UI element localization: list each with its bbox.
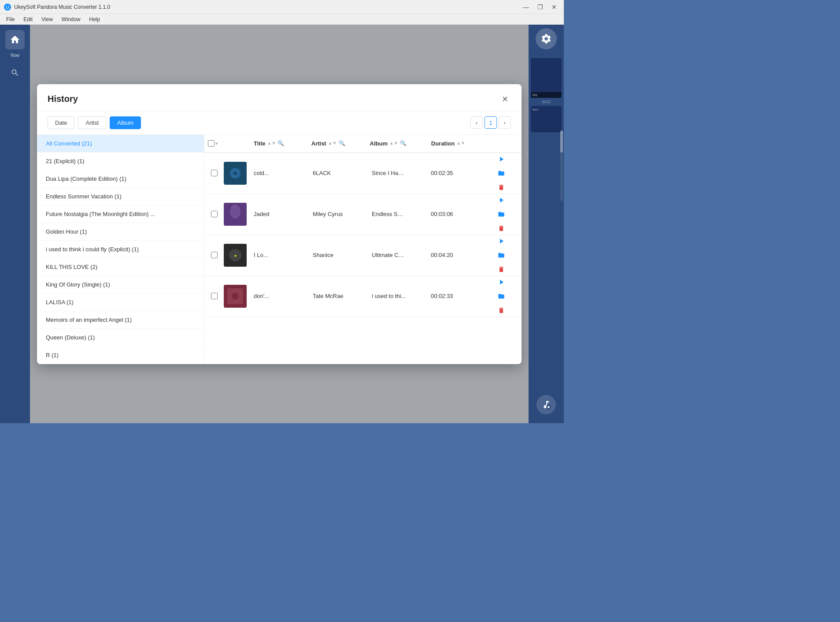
dialog-close-button[interactable]: ✕ — [499, 93, 511, 105]
row-1-checkbox[interactable] — [211, 170, 218, 176]
row-3-checkbox-cell — [204, 252, 224, 258]
row-4-duration: 00:02:33 — [427, 291, 469, 301]
album-list[interactable]: All Converted (21) 21 (Explicit) (1) Dua… — [37, 135, 204, 364]
col-title: Title ▲▼ 🔍 — [250, 138, 290, 149]
row-3-artist: Shanice — [309, 250, 351, 260]
album-item-all[interactable]: All Converted (21) — [37, 135, 204, 153]
add-music-button[interactable] — [537, 395, 556, 414]
album-item-5[interactable]: Golden Hour (1) — [37, 223, 204, 241]
select-all-checkbox[interactable] — [208, 140, 215, 147]
row-4-play-button[interactable] — [495, 276, 507, 288]
row-2-album: Endless Sum... — [368, 209, 410, 219]
pagination-prev-button[interactable]: ‹ — [470, 116, 483, 129]
row-2-actions — [486, 194, 522, 235]
row-4-folder-button[interactable] — [495, 290, 507, 302]
year-label: 2022 — [542, 100, 551, 104]
album-item-4[interactable]: Future Nostalgia (The Moonlight Edition)… — [37, 205, 204, 223]
artist-sort-icon[interactable]: ▲▼ — [328, 141, 337, 145]
close-button[interactable]: ✕ — [548, 3, 560, 11]
filter-artist-button[interactable]: Artist — [78, 116, 106, 129]
row-4-thumbnail — [224, 285, 247, 308]
minimize-button[interactable]: — — [520, 3, 532, 11]
svg-text:U: U — [6, 5, 9, 10]
row-4-title: don'... — [250, 291, 292, 301]
album-item-2[interactable]: Dua Lipa (Complete Edition) (1) — [37, 170, 204, 188]
row-3-play-button[interactable] — [495, 235, 507, 247]
album-item-3[interactable]: Endless Summer Vacation (1) — [37, 188, 204, 205]
row-1-actions — [486, 153, 522, 194]
menu-edit[interactable]: Edit — [19, 15, 37, 23]
table-row: ★ I Lo... Shanice Ultimate Col... 00:04:… — [204, 235, 522, 276]
settings-button[interactable] — [536, 28, 557, 49]
album-sort-icon[interactable]: ▲▼ — [389, 141, 398, 145]
filter-date-button[interactable]: Date — [48, 116, 74, 129]
title-search-icon[interactable]: 🔍 — [278, 140, 284, 146]
track-table[interactable]: ▾ Title ▲▼ 🔍 Artist — [204, 135, 522, 364]
pagination-next-button[interactable]: › — [499, 116, 511, 129]
main-content: History ✕ Date Artist Album ‹ 1 › — [30, 25, 529, 423]
row-1-title: cold... — [250, 168, 292, 178]
row-2-checkbox[interactable] — [211, 211, 218, 217]
album-item-7[interactable]: KILL THIS LOVE (2) — [37, 258, 204, 276]
row-3-folder-button[interactable] — [495, 249, 507, 261]
row-1-delete-button[interactable] — [495, 181, 507, 194]
row-3-duration: 00:04:20 — [427, 250, 469, 260]
album-item-11[interactable]: Queen (Deluxe) (1) — [37, 329, 204, 346]
row-1-album: Since I Have... — [368, 168, 410, 178]
menu-bar: File Edit View Window Help — [0, 14, 564, 25]
select-dropdown-icon[interactable]: ▾ — [215, 141, 218, 146]
row-4-checkbox[interactable] — [211, 293, 218, 299]
menu-file[interactable]: File — [2, 15, 19, 23]
restore-button[interactable]: ❐ — [534, 3, 546, 11]
row-3-album: Ultimate Col... — [368, 250, 410, 260]
svg-text:★: ★ — [234, 254, 237, 258]
row-3-delete-button[interactable] — [495, 263, 507, 276]
row-4-album: i used to thi... — [368, 291, 410, 301]
row-4-delete-button[interactable] — [495, 304, 507, 317]
row-4-actions — [486, 276, 522, 317]
album-search-icon[interactable]: 🔍 — [400, 140, 407, 146]
sidebar-search-button[interactable] — [5, 65, 25, 81]
row-2-folder-button[interactable] — [495, 208, 507, 220]
artist-search-icon[interactable]: 🔍 — [339, 140, 345, 146]
svg-point-4 — [233, 171, 237, 175]
sidebar-home-button[interactable] — [5, 30, 25, 49]
duration-sort-icon[interactable]: ▲▼ — [456, 141, 465, 145]
title-sort-icon[interactable]: ▲▼ — [267, 141, 276, 145]
row-1-play-button[interactable] — [495, 153, 507, 165]
album-item-9[interactable]: LALISA (1) — [37, 294, 204, 311]
row-1-folder-button[interactable] — [495, 167, 507, 179]
menu-window[interactable]: Window — [57, 15, 85, 23]
menu-view[interactable]: View — [37, 15, 57, 23]
col-artist: Artist ▲▼ 🔍 — [308, 138, 349, 149]
title-bar: U UkeySoft Pandora Music Converter 1.1.0… — [0, 0, 564, 14]
dialog-body: All Converted (21) 21 (Explicit) (1) Dua… — [37, 135, 522, 364]
row-3-actions — [486, 235, 522, 276]
col-thumb — [224, 142, 250, 145]
window-controls: — ❐ ✕ — [520, 3, 560, 11]
app-logo: U — [4, 3, 11, 11]
filter-album-button[interactable]: Album — [110, 116, 141, 129]
table-row: Jaded Miley Cyrus Endless Sum... 00:03:0… — [204, 194, 522, 235]
row-1-duration: 00:02:35 — [427, 168, 469, 178]
sidebar: Now — [0, 25, 30, 423]
pagination-current-button[interactable]: 1 — [485, 116, 497, 129]
col-album: Album ▲▼ 🔍 — [366, 138, 410, 149]
menu-help[interactable]: Help — [85, 15, 105, 23]
col-title-spacer — [290, 142, 308, 145]
album-item-6[interactable]: i used to think i could fly (Explicit) (… — [37, 241, 204, 258]
row-3-thumbnail: ★ — [224, 244, 247, 267]
table-row: don'... Tate McRae i used to thi... 00:0… — [204, 276, 522, 317]
album-item-10[interactable]: Memoirs of an imperfect Angel (1) — [37, 311, 204, 329]
album-item-1[interactable]: 21 (Explicit) (1) — [37, 153, 204, 170]
row-2-play-button[interactable] — [495, 194, 507, 206]
scrollbar-track[interactable] — [560, 130, 563, 201]
row-2-title: Jaded — [250, 209, 292, 219]
col-artist-spacer — [349, 142, 366, 145]
svg-point-12 — [232, 293, 239, 300]
row-2-delete-button[interactable] — [495, 222, 507, 235]
album-item-8[interactable]: King Of Glory (Single) (1) — [37, 276, 204, 294]
row-2-artist: Miley Cyrus — [309, 209, 351, 219]
album-item-12[interactable]: R (1) — [37, 346, 204, 364]
row-3-checkbox[interactable] — [211, 252, 218, 258]
